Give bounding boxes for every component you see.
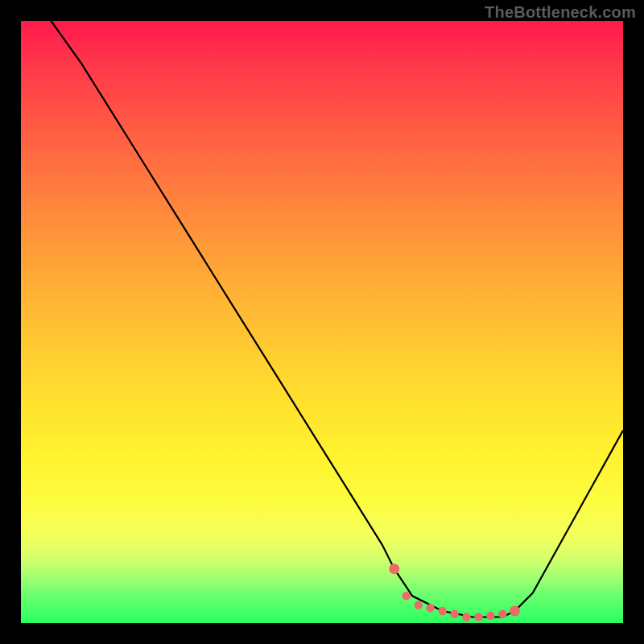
optimal-point — [486, 612, 494, 620]
curve-svg — [21, 21, 623, 623]
optimal-band-dots — [389, 564, 520, 621]
optimal-point — [450, 610, 458, 618]
optimal-point-end — [510, 606, 520, 617]
optimal-point — [474, 613, 482, 621]
optimal-point — [402, 592, 411, 600]
optimal-point-end — [389, 564, 399, 574]
plot-area — [21, 21, 623, 623]
chart-container: TheBottleneck.com — [0, 0, 644, 644]
optimal-point — [462, 613, 470, 621]
optimal-point — [426, 604, 434, 612]
optimal-point — [498, 610, 506, 618]
optimal-point — [438, 607, 446, 615]
watermark-text: TheBottleneck.com — [485, 3, 636, 22]
bottleneck-curve — [51, 21, 623, 617]
optimal-point — [415, 601, 423, 609]
